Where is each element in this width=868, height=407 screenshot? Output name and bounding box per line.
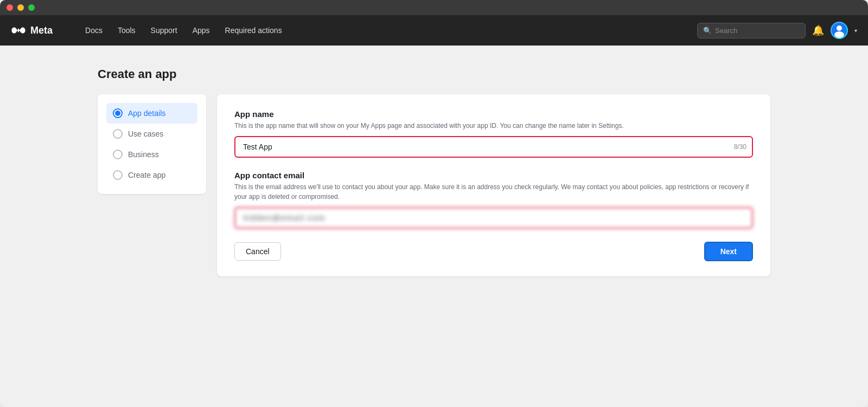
page-title: Create an app — [98, 67, 770, 81]
app-name-input-wrapper: 8/30 — [234, 136, 753, 158]
app-name-title: App name — [234, 109, 753, 119]
step-radio-app-details — [113, 108, 123, 118]
next-button[interactable]: Next — [704, 242, 753, 261]
titlebar — [0, 0, 868, 15]
step-label-use-cases: Use cases — [128, 130, 163, 138]
app-contact-email-input-wrapper — [234, 207, 753, 229]
nav-tools[interactable]: Tools — [118, 26, 136, 35]
steps-sidebar: App details Use cases Business — [98, 94, 206, 194]
step-radio-inner-app-details — [115, 111, 120, 116]
step-use-cases[interactable]: Use cases — [106, 124, 197, 144]
search-box[interactable]: 🔍 — [697, 23, 806, 38]
step-label-create-app: Create app — [128, 171, 165, 179]
step-radio-inner-use-cases — [115, 131, 120, 137]
create-app-container: App details Use cases Business — [98, 94, 770, 276]
minimize-button[interactable] — [17, 4, 24, 11]
step-radio-inner-business — [115, 152, 120, 157]
cancel-button[interactable]: Cancel — [234, 242, 281, 261]
avatar[interactable] — [831, 22, 848, 39]
step-radio-use-cases — [113, 129, 123, 139]
step-app-details[interactable]: App details — [106, 103, 197, 124]
logo-text: Meta — [30, 25, 53, 36]
app-name-char-count: 8/30 — [734, 143, 746, 151]
search-icon: 🔍 — [703, 27, 712, 35]
app-contact-email-title: App contact email — [234, 171, 753, 180]
step-radio-business — [113, 150, 123, 159]
avatar-chevron[interactable]: ▾ — [854, 28, 857, 34]
nav-apps[interactable]: Apps — [193, 26, 210, 35]
app-name-input[interactable] — [234, 136, 753, 158]
main-content: Create an app App details Use cases — [0, 46, 868, 407]
nav-links: Docs Tools Support Apps Required actions — [85, 26, 680, 35]
app-name-desc: This is the app name that will show on y… — [234, 121, 753, 131]
step-radio-create-app — [113, 170, 123, 180]
svg-point-2 — [834, 31, 844, 38]
nav-right: 🔍 🔔 ▾ — [697, 22, 857, 39]
app-contact-email-desc: This is the email address we'll use to c… — [234, 182, 753, 202]
step-radio-inner-create-app — [115, 172, 120, 178]
meta-logo[interactable]: Meta — [11, 25, 53, 36]
svg-point-1 — [837, 25, 842, 31]
nav-support[interactable]: Support — [151, 26, 177, 35]
nav-docs[interactable]: Docs — [85, 26, 103, 35]
form-panel: App name This is the app name that will … — [217, 94, 770, 276]
avatar-icon — [832, 23, 847, 38]
close-button[interactable] — [7, 4, 13, 11]
form-actions: Cancel Next — [234, 242, 753, 261]
app-name-section: App name This is the app name that will … — [234, 109, 753, 158]
step-label-app-details: App details — [128, 109, 165, 118]
step-business[interactable]: Business — [106, 144, 197, 165]
step-label-business: Business — [128, 150, 159, 159]
bell-icon[interactable]: 🔔 — [812, 24, 824, 36]
meta-logo-icon — [11, 27, 26, 34]
app-contact-email-section: App contact email This is the email addr… — [234, 171, 753, 229]
navbar: Meta Docs Tools Support Apps Required ac… — [0, 15, 868, 46]
step-create-app[interactable]: Create app — [106, 165, 197, 185]
app-window: Meta Docs Tools Support Apps Required ac… — [0, 0, 868, 407]
nav-required-actions[interactable]: Required actions — [225, 26, 282, 35]
maximize-button[interactable] — [28, 4, 35, 11]
search-input[interactable] — [715, 27, 800, 35]
app-contact-email-input[interactable] — [234, 207, 753, 229]
